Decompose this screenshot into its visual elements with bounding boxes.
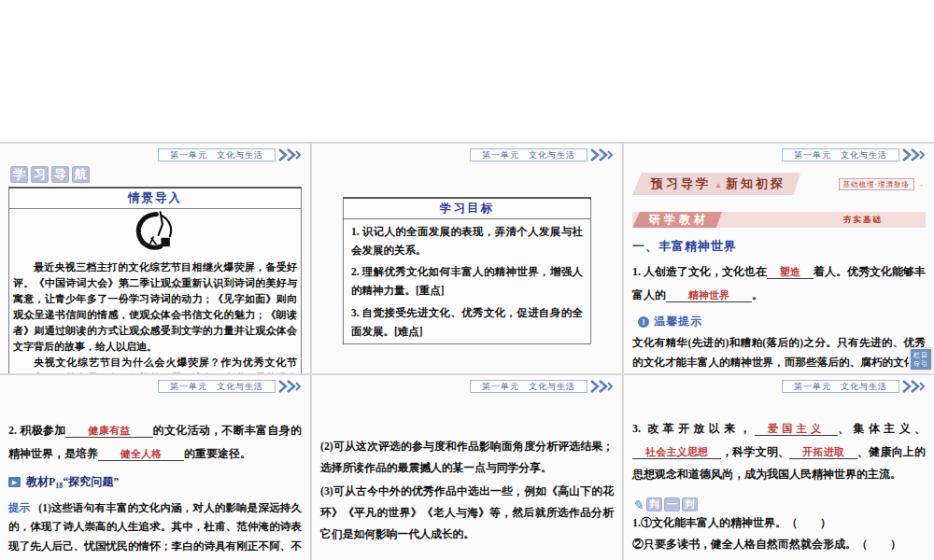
column-nav-line: 导引	[911, 359, 931, 368]
unit-badge: 第一单元 文化与生活	[782, 148, 899, 161]
chevron-right-icon	[901, 380, 926, 393]
judge-char: 判	[682, 497, 698, 511]
fill-text: 2. 积极参加	[8, 424, 65, 437]
warm-tip-text: 文化有精华(先进的)和糟粕(落后的)之分。只有先进的、优秀的文化才能丰富人的精神…	[632, 333, 926, 373]
judge-char: 判	[646, 497, 662, 511]
section-title-study-nav: 学习导航	[10, 165, 302, 183]
basics-badge-label: 基础梳理·理清脉络	[839, 178, 915, 190]
box-title: 学习目标	[344, 199, 590, 219]
judge-char: 一	[664, 497, 680, 511]
answer-paragraph: (3)可从古今中外的优秀作品中选出一些，例如《高山下的花环》《平凡的世界》《老人…	[320, 481, 614, 545]
unit-badge: 第一单元 文化与生活	[470, 148, 587, 161]
column-nav-badge[interactable]: 栏目 导引	[911, 349, 931, 370]
fill-in-paragraph: 3. 改革开放以来，爱国主义、集体主义、社会主义思想，科学文明、开拓进取、健康向…	[632, 417, 926, 486]
poetry-conference-logo	[9, 209, 301, 258]
judge-section-header: ✎ 判一判	[632, 497, 926, 512]
answer-blank: 健康有益	[65, 425, 152, 438]
fill-text: 、集体主义、	[838, 422, 926, 435]
preview-study-ribbon: 预习导学▲新知初探	[632, 173, 800, 195]
title-char: 学	[10, 166, 28, 183]
unit-header: 第一单元 文化与生活	[8, 379, 302, 393]
triangle-separator-icon: ▲	[715, 181, 722, 189]
warm-tip-title: 温馨提示	[654, 314, 702, 329]
fill-in-paragraph: 1. 人创造了文化，文化也在塑造着人。优秀文化能够丰富人的精神世界。	[632, 260, 926, 306]
textbook-pre: 教材P	[26, 475, 55, 488]
slides-grid: 第一单元 文化与生活 学习导航 情景导入	[0, 142, 934, 560]
hint-text: (1)这些语句有丰富的文化内涵，对人的影响是深远持久的，体现了诗人崇高的人生追求…	[8, 502, 302, 560]
fill-text: 1. 人创造了文化，文化也在	[632, 265, 767, 278]
chevron-right-icon	[589, 380, 614, 393]
answer-blank: 社会主义思想	[632, 446, 721, 459]
ribbon-label: 新知初探	[726, 176, 785, 190]
answer-blank: 爱国主义	[755, 423, 838, 436]
chevron-right-icon	[589, 148, 614, 161]
study-goal-box: 学习目标 1. 识记人的全面发展的表现，弄清个人发展与社会发展的关系。 2. 理…	[343, 197, 591, 344]
goal-item: 2. 理解优秀文化如何丰富人的精神世界，增强人的精神力量。[重点]	[351, 262, 583, 300]
fill-in-paragraph: 2. 积极参加健康有益的文化活动，不断丰富自身的精神世界，是培养健全人格的重要途…	[8, 419, 302, 465]
intro-paragraph: 最近央视三档主打的文化综艺节目相继火爆荧屏，备受好评。《中国诗词大会》第二季让观…	[13, 259, 297, 355]
study-material-ribbon-row: 研学教材 夯实基础	[632, 212, 926, 228]
pen-icon: ✎	[632, 497, 644, 512]
dash-icon: ·	[834, 180, 837, 189]
slide-1: 第一单元 文化与生活 学习导航 情景导入	[0, 144, 310, 373]
unit-header: 第一单元 文化与生活	[320, 379, 614, 393]
info-icon: !	[638, 316, 649, 328]
preview-study-ribbon-row: 预习导学▲新知初探 · 基础梳理·理清脉络 →	[632, 173, 926, 195]
box-title: 情景导入	[9, 189, 301, 209]
slide-4: 第一单元 文化与生活 2. 积极参加健康有益的文化活动，不断丰富自身的精神世界，…	[0, 375, 310, 560]
fill-text: 3. 改革开放以来，	[632, 422, 755, 435]
unit-header: 第一单元 文化与生活	[632, 147, 926, 161]
basics-badge: · 基础梳理·理清脉络 →	[832, 178, 926, 190]
section-heading: 一、丰富精神世界	[632, 238, 926, 255]
unit-badge: 第一单元 文化与生活	[782, 380, 899, 393]
title-char: 航	[72, 166, 90, 183]
answer-blank: 健全人格	[98, 448, 184, 461]
unit-badge: 第一单元 文化与生活	[470, 380, 587, 393]
column-nav-line: 栏目	[911, 351, 931, 359]
goal-item: 1. 识记人的全面发展的表现，弄清个人发展与社会发展的关系。	[351, 222, 583, 259]
answer-paragraph: (2)可从这次评选的参与度和作品影响面角度分析评选结果；选择所读作品的最震撼人的…	[320, 436, 614, 479]
goal-item: 3. 自觉接受先进文化、优秀文化，促进自身的全面发展。[难点]	[351, 303, 583, 341]
unit-badge: 第一单元 文化与生活	[158, 380, 276, 393]
solid-foundation-label: 夯实基础	[843, 215, 883, 226]
slide-2: 第一单元 文化与生活 学习目标 1. 识记人的全面发展的表现，弄清个人发展与社会…	[312, 144, 622, 373]
fill-text: 的重要途径。	[184, 447, 251, 460]
ribbon-label: 预习导学	[651, 176, 711, 190]
slide-6: 第一单元 文化与生活 3. 改革开放以来，爱国主义、集体主义、社会主义思想，科学…	[624, 375, 934, 560]
unit-header: 第一单元 文化与生活	[8, 147, 302, 161]
chevron-right-icon	[277, 380, 302, 393]
textbook-post: “探究问题”	[63, 475, 119, 488]
hint-label: 提示	[8, 502, 30, 513]
unit-badge: 第一单元 文化与生活	[158, 148, 276, 161]
chevron-right-icon	[277, 148, 302, 161]
title-char: 导	[51, 166, 69, 183]
hint-paragraph: 提示(1)这些语句有丰富的文化内涵，对人的影响是深远持久的，体现了诗人崇高的人生…	[8, 498, 302, 560]
textbook-reference-label: 教材P18“探究问题”	[26, 474, 119, 490]
answer-blank: 塑造	[767, 266, 814, 279]
judge-question: ②只要多读书，健全人格自然而然就会形成。（ ）	[632, 534, 926, 555]
warm-tip-header: ! 温馨提示	[638, 314, 926, 329]
scene-intro-box: 情景导入 最近央视三档主打的文化综艺节目相继火爆荧屏，备受好评。《中国诗词大会》…	[8, 187, 302, 373]
arrow-right-icon: →	[916, 180, 924, 189]
top-blank-area	[0, 0, 934, 142]
answer-blank: 精神世界	[666, 289, 752, 302]
study-material-ribbon: 研学教材	[632, 212, 722, 228]
unit-header: 第一单元 文化与生活	[320, 147, 614, 161]
title-char: 习	[31, 166, 49, 183]
slide-5: 第一单元 文化与生活 (2)可从这次评选的参与度和作品影响面角度分析评选结果；选…	[312, 375, 622, 560]
judge-question: 1.①文化能丰富人的精神世界。（ ）	[632, 512, 926, 534]
answer-blank: 开拓进取	[789, 446, 857, 459]
textbook-reference: ▶ 教材P18“探究问题”	[8, 474, 302, 490]
unit-header: 第一单元 文化与生活	[632, 379, 926, 393]
intro-paragraph: 央视文化综艺节目为什么会火爆荧屏？作为优秀文化节目，它对人的发展会产生怎样的作用…	[13, 355, 297, 373]
fill-text: 。	[752, 288, 763, 301]
courseware-page: 第一单元 文化与生活 学习导航 情景导入	[0, 0, 934, 560]
slide-3: 第一单元 文化与生活 预习导学▲新知初探 · 基础梳理·理清脉络 →	[624, 144, 934, 373]
fill-text: ，科学文明、	[721, 445, 789, 458]
play-icon: ▶	[8, 477, 21, 487]
chevron-right-icon	[901, 148, 926, 161]
